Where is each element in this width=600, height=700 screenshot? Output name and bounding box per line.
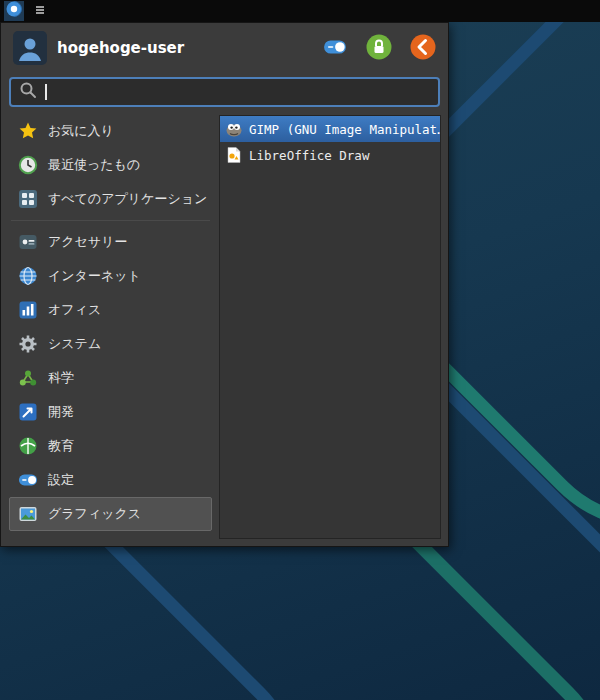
category-label: オフィス	[48, 301, 101, 319]
category-item-favorites[interactable]: お気に入り	[9, 114, 212, 148]
application-list: GIMP (GNU Image Manipulat… LibreOffice D…	[219, 115, 441, 539]
globe-icon	[18, 266, 38, 286]
list-icon	[33, 2, 47, 21]
category-label: インターネット	[48, 267, 141, 285]
app-item-gimp[interactable]: GIMP (GNU Image Manipulat…	[220, 116, 440, 142]
libreoffice-draw-icon	[225, 146, 243, 164]
search-input[interactable]	[9, 77, 440, 107]
user-avatar-icon	[13, 31, 47, 65]
search-icon	[19, 81, 37, 103]
accessories-icon	[18, 232, 38, 252]
clock-icon	[18, 155, 38, 175]
category-label: お気に入り	[48, 122, 114, 140]
whisker-menu-icon	[6, 1, 22, 21]
category-item-accessories[interactable]: アクセサリー	[9, 225, 212, 259]
text-caret	[45, 84, 47, 100]
gear-icon	[18, 334, 38, 354]
category-item-settings[interactable]: 設定	[9, 463, 212, 497]
category-item-system[interactable]: システム	[9, 327, 212, 361]
settings-button[interactable]	[322, 35, 348, 61]
gimp-icon	[225, 120, 243, 138]
app-label: GIMP (GNU Image Manipulat…	[249, 122, 441, 137]
category-item-all-applications[interactable]: すべてのアプリケーション	[9, 182, 212, 216]
category-label: 教育	[48, 437, 74, 455]
category-list: お気に入り 最近使ったもの すべてのアプリケーション アクセサリー	[9, 114, 212, 538]
category-label: 科学	[48, 369, 74, 387]
category-label: すべてのアプリケーション	[48, 190, 207, 208]
app-item-libreoffice-draw[interactable]: LibreOffice Draw	[220, 142, 440, 168]
padlock-icon	[366, 34, 392, 63]
toggle-switch-icon	[323, 38, 347, 59]
category-item-office[interactable]: オフィス	[9, 293, 212, 327]
category-label: 開発	[48, 403, 74, 421]
category-separator	[11, 220, 210, 221]
username: hogehoge-user	[57, 39, 184, 57]
office-chart-icon	[18, 300, 38, 320]
menu-header: hogehoge-user	[1, 23, 448, 73]
science-icon	[18, 368, 38, 388]
category-label: アクセサリー	[48, 233, 128, 251]
category-label: 設定	[48, 471, 74, 489]
category-item-science[interactable]: 科学	[9, 361, 212, 395]
category-item-graphics[interactable]: グラフィックス	[9, 497, 212, 531]
category-item-internet[interactable]: インターネット	[9, 259, 212, 293]
lock-screen-button[interactable]	[366, 35, 392, 61]
settings-toggle-icon	[18, 470, 38, 490]
whisker-menu-button[interactable]	[4, 1, 24, 21]
star-icon	[18, 121, 38, 141]
category-item-education[interactable]: 教育	[9, 429, 212, 463]
graphics-icon	[18, 504, 38, 524]
app-grid-icon	[18, 189, 38, 209]
logout-button[interactable]	[410, 35, 436, 61]
development-icon	[18, 402, 38, 422]
category-label: グラフィックス	[48, 505, 141, 523]
back-arrow-icon	[410, 34, 436, 63]
whisker-menu: hogehoge-user	[0, 22, 449, 547]
desktop: hogehoge-user	[0, 0, 600, 700]
category-item-recent[interactable]: 最近使ったもの	[9, 148, 212, 182]
education-icon	[18, 436, 38, 456]
category-label: 最近使ったもの	[48, 156, 140, 174]
top-panel	[0, 0, 600, 22]
panel-list-button[interactable]	[30, 1, 50, 21]
category-label: システム	[48, 335, 101, 353]
category-item-development[interactable]: 開発	[9, 395, 212, 429]
app-label: LibreOffice Draw	[249, 148, 369, 163]
